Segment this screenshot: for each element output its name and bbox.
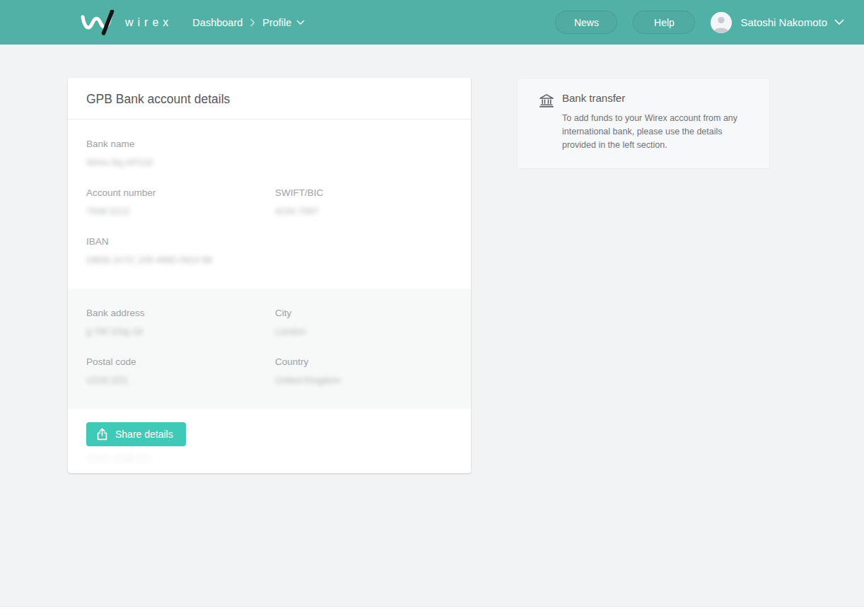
bank-name-value: Wirex Bq AP118	[86, 156, 453, 169]
bank-transfer-title: Bank transfer	[562, 92, 743, 104]
iban-label: IBAN	[86, 236, 453, 248]
field-bank-name: Bank name Wirex Bq AP118	[86, 138, 453, 169]
avatar	[711, 12, 732, 33]
bank-identity-section: Bank name Wirex Bq AP118 Account number …	[68, 120, 471, 289]
help-button[interactable]: Help	[633, 11, 695, 34]
postal-code-value: U219 2O1	[86, 374, 275, 387]
account-number-label: Account number	[86, 187, 275, 199]
card-actions: Share details Share details link	[68, 409, 471, 473]
swift-bic-label: SWIFT/BIC	[275, 187, 453, 199]
header-actions: News Help Satoshi Nakomoto	[555, 11, 844, 34]
field-bank-address: Bank address g YM 1Oaj 18	[86, 307, 275, 338]
breadcrumb-dashboard-link[interactable]: Dashboard	[192, 17, 243, 28]
wirex-wordmark: wirex	[125, 16, 173, 29]
bank-address-value: g YM 1Oaj 18	[86, 325, 275, 338]
field-account-number: Account number 7948 5222	[86, 187, 275, 218]
bank-address-label: Bank address	[86, 307, 275, 320]
bank-account-details-card: GPB Bank account details Bank name Wirex…	[68, 78, 471, 473]
breadcrumb-profile-link[interactable]: Profile	[262, 17, 291, 28]
iban-value: GB58 2A7C 209 4965 0924 98	[86, 254, 453, 267]
user-name: Satoshi Nakomoto	[740, 16, 827, 28]
footer-strip	[0, 606, 864, 616]
share-footnote: Share details link	[86, 453, 453, 463]
user-caret-icon	[834, 19, 844, 25]
postal-code-label: Postal code	[86, 356, 275, 368]
breadcrumb: Dashboard Profile	[192, 17, 305, 28]
swift-bic-value: 4234 7997	[275, 205, 453, 218]
card-title-row: GPB Bank account details	[68, 78, 471, 120]
share-details-button[interactable]: Share details	[86, 422, 186, 446]
news-button[interactable]: News	[555, 11, 617, 34]
bank-transfer-text: To add funds to your Wirex account from …	[562, 112, 743, 152]
breadcrumb-chevron-icon	[250, 18, 255, 27]
field-country: Country United Kingdom	[275, 356, 453, 387]
app-header: wirex Dashboard Profile News Help Satosh…	[0, 0, 864, 45]
city-label: City	[275, 307, 453, 320]
wirex-logo-icon	[80, 10, 119, 35]
field-city: City London	[275, 307, 453, 338]
bank-address-section: Bank address g YM 1Oaj 18 City London Po…	[68, 289, 471, 409]
page-title: GPB Bank account details	[86, 92, 453, 107]
field-iban: IBAN GB58 2A7C 209 4965 0924 98	[86, 236, 453, 267]
bank-transfer-body: Bank transfer To add funds to your Wirex…	[562, 92, 743, 152]
bank-name-label: Bank name	[86, 138, 453, 151]
field-postal-code: Postal code U219 2O1	[86, 356, 275, 387]
account-number-value: 7948 5222	[86, 205, 275, 218]
wirex-logo[interactable]: wirex	[80, 10, 173, 35]
country-value: United Kingdom	[275, 374, 453, 387]
share-details-label: Share details	[115, 429, 173, 440]
share-icon	[96, 428, 108, 441]
bank-icon	[539, 93, 554, 110]
city-value: London	[275, 325, 453, 338]
user-menu[interactable]: Satoshi Nakomoto	[711, 12, 844, 33]
profile-caret-icon[interactable]	[296, 20, 305, 25]
country-label: Country	[275, 356, 453, 368]
bank-transfer-info-card: Bank transfer To add funds to your Wirex…	[517, 78, 770, 169]
field-swift-bic: SWIFT/BIC 4234 7997	[275, 187, 453, 218]
